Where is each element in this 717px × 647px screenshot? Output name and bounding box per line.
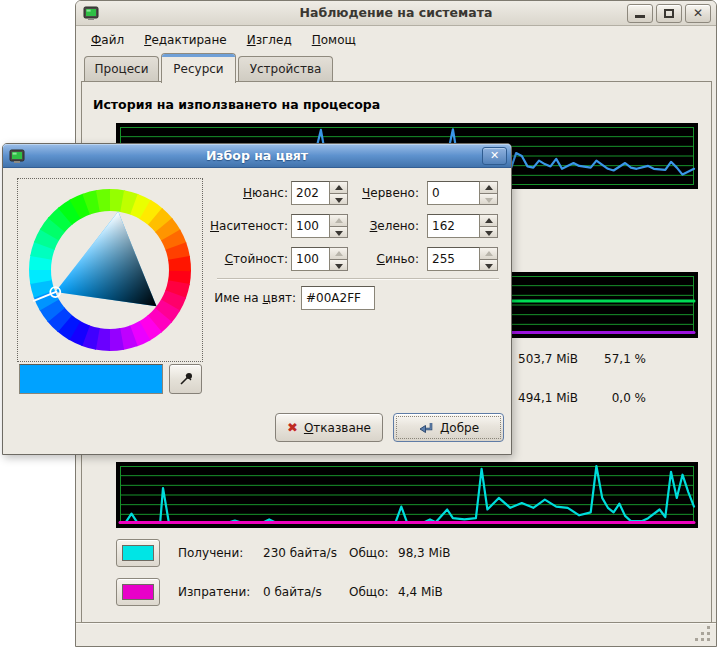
received-total-label: Общо: <box>349 546 389 560</box>
tab-bar: Процеси Ресурси Устройства <box>76 53 716 82</box>
color-preview-swatch <box>19 364 163 394</box>
red-input[interactable] <box>427 181 480 205</box>
red-stepper <box>480 181 498 205</box>
blue-stepper <box>480 247 498 271</box>
network-history-chart <box>116 462 698 528</box>
color-name-label: Име на цвят: <box>163 291 296 305</box>
received-color-button[interactable] <box>116 539 160 567</box>
window-title: Наблюдение на системата <box>76 5 716 20</box>
spin-down-icon <box>485 198 493 203</box>
dialog-title: Избор на цвят <box>3 148 511 163</box>
received-label: Получени: <box>178 546 243 560</box>
cancel-icon: ✖ <box>287 420 298 435</box>
color-wheel[interactable] <box>17 178 203 362</box>
sent-total-label: Общо: <box>349 585 389 599</box>
ok-button-label: Добре <box>440 421 479 435</box>
menu-edit[interactable]: Редактиране <box>138 30 233 50</box>
menu-file[interactable]: Файл <box>85 30 130 50</box>
close-icon: ✕ <box>686 6 710 20</box>
green-label: Зелено: <box>313 219 419 233</box>
spin-down-icon <box>485 264 493 269</box>
main-titlebar[interactable]: Наблюдение на системата ✕ <box>76 1 716 26</box>
maximize-icon <box>664 9 674 18</box>
blue-spin-up[interactable] <box>480 247 498 260</box>
color-picker-dialog: Избор на цвят ✕ Нюанс: Наситеност: С <box>2 143 512 455</box>
hue-ring-and-hsv-triangle[interactable] <box>19 180 201 360</box>
window-controls: ✕ <box>627 4 711 23</box>
separator <box>217 278 499 280</box>
green-stepper <box>480 214 498 238</box>
spin-down-icon <box>485 231 493 236</box>
cancel-button-label: Отказване <box>304 421 371 435</box>
tab-processes[interactable]: Процеси <box>84 56 159 82</box>
spin-up-icon <box>485 251 493 256</box>
blue-input[interactable] <box>427 247 480 271</box>
menubar: Файл Редактиране Изглед Помощ <box>76 27 716 53</box>
red-spin-down[interactable] <box>480 194 498 206</box>
sent-color-button[interactable] <box>116 578 160 606</box>
menu-help[interactable]: Помощ <box>306 30 362 50</box>
screen: Наблюдение на системата ✕ Файл Редактира… <box>0 0 717 647</box>
color-name-input[interactable] <box>301 286 375 310</box>
hue-label: Нюанс: <box>173 186 288 200</box>
received-total: 98,3 MiB <box>398 546 450 560</box>
red-label: Червено: <box>313 186 419 200</box>
spin-up-icon <box>485 218 493 223</box>
ok-enter-arrow-icon <box>418 421 434 435</box>
sent-rate: 0 байта/s <box>263 585 322 599</box>
resize-grip[interactable] <box>707 638 710 641</box>
minimize-icon <box>635 15 645 18</box>
dialog-close-button[interactable]: ✕ <box>482 147 507 165</box>
green-input[interactable] <box>427 214 480 238</box>
minimize-button[interactable] <box>627 4 653 23</box>
sent-total: 4,4 MiB <box>398 585 443 599</box>
cancel-button[interactable]: ✖ Отказване <box>275 413 383 442</box>
blue-label: Синьо: <box>313 252 419 266</box>
tab-devices[interactable]: Устройства <box>238 56 333 82</box>
dialog-titlebar[interactable]: Избор на цвят ✕ <box>3 144 511 168</box>
tab-resources[interactable]: Ресурси <box>161 53 236 83</box>
sent-color-swatch <box>122 584 154 600</box>
ok-button[interactable]: Добре <box>393 413 504 442</box>
eyedropper-button[interactable] <box>169 364 202 394</box>
blue-spin-down[interactable] <box>480 260 498 272</box>
swap-used-percent: 0,0 % <box>556 391 646 405</box>
value-label: Стойност: <box>173 252 288 266</box>
sent-label: Изпратени: <box>178 585 250 599</box>
spin-up-icon <box>485 185 493 190</box>
statusbar <box>76 622 716 646</box>
eyedropper-icon <box>178 371 194 387</box>
dialog-close-icon: ✕ <box>483 149 506 162</box>
menu-view[interactable]: Изглед <box>241 30 298 50</box>
memory-used-percent: 57,1 % <box>556 352 646 366</box>
received-rate: 230 байта/s <box>263 546 337 560</box>
close-button[interactable]: ✕ <box>685 4 711 23</box>
maximize-button[interactable] <box>656 4 682 23</box>
cpu-section-title: История на използването на процесора <box>93 97 380 112</box>
received-color-swatch <box>122 545 154 561</box>
red-spin-up[interactable] <box>480 181 498 194</box>
green-spin-down[interactable] <box>480 227 498 239</box>
green-spin-up[interactable] <box>480 214 498 227</box>
saturation-label: Наситеност: <box>173 219 288 233</box>
